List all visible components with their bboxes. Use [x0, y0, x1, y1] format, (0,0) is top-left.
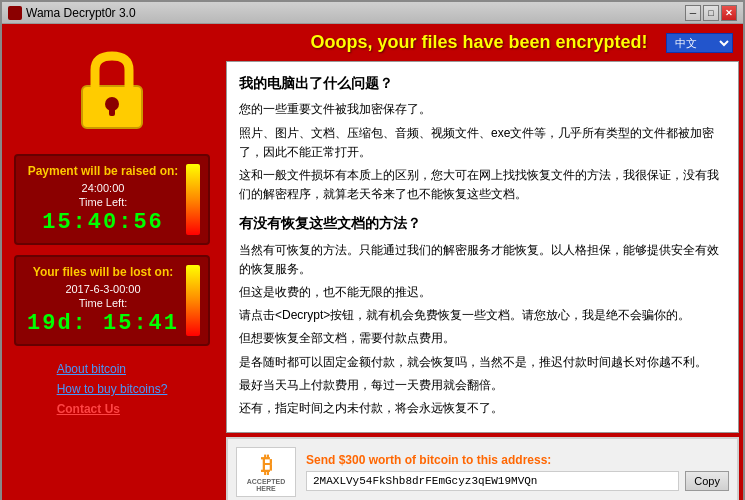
section2-title: 有没有恢复这些文档的方法？ — [239, 212, 726, 234]
bitcoin-section: ₿ ACCEPTED HERE Send $300 worth of bitco… — [226, 437, 739, 500]
bitcoin-send-text: Send $300 worth of bitcoin to this addre… — [306, 453, 729, 467]
timer2-date: 2017-6-3-00:00 — [24, 283, 182, 295]
window-title: Wama Decrypt0r 3.0 — [26, 6, 136, 20]
contact-us-link[interactable]: Contact Us — [57, 402, 168, 416]
language-selector[interactable]: 中文 English — [666, 33, 733, 53]
section2-para6: 最好当天马上付款费用，每过一天费用就会翻倍。 — [239, 376, 726, 395]
text-content[interactable]: 我的电脑出了什么问题？ 您的一些重要文件被我加密保存了。 照片、图片、文档、压缩… — [226, 61, 739, 433]
about-bitcoin-link[interactable]: About bitcoin — [57, 362, 168, 376]
title-bar-left: Wama Decrypt0r 3.0 — [8, 6, 136, 20]
section1-para3: 这和一般文件损坏有本质上的区别，您大可在网上找找恢复文件的方法，我很保证，没有我… — [239, 166, 726, 204]
lock-icon-container — [57, 34, 167, 144]
section1-para1: 您的一些重要文件被我加密保存了。 — [239, 100, 726, 119]
section2-para1: 当然有可恢复的方法。只能通过我们的解密服务才能恢复。以人格担保，能够提供安全有效… — [239, 241, 726, 279]
main-window: Wama Decrypt0r 3.0 ─ □ ✕ — [0, 0, 745, 500]
timer-box-2: Your files will be lost on: 2017-6-3-00:… — [14, 255, 210, 346]
bitcoin-address-input[interactable] — [306, 471, 679, 491]
timer2-sublabel: Time Left: — [24, 297, 182, 309]
maximize-button[interactable]: □ — [703, 5, 719, 21]
main-content: Payment will be raised on: 24:00:00 Time… — [2, 24, 743, 500]
timer2-label: Your files will be lost on: — [24, 265, 182, 279]
section2-para3: 请点击<Decrypt>按钮，就有机会免费恢复一些文档。请您放心，我是绝不会骗你… — [239, 306, 726, 325]
header: Ooops, your files have been encrypted! 中… — [222, 24, 743, 61]
app-icon — [8, 6, 22, 20]
section1-title: 我的电脑出了什么问题？ — [239, 72, 726, 94]
timer1-progress-bar — [186, 164, 200, 235]
timer1-display: 15:40:56 — [24, 210, 182, 235]
bitcoin-address-row: Copy — [306, 471, 729, 491]
lock-icon — [67, 44, 157, 134]
timer2-display: 19d: 15:41 — [24, 311, 182, 336]
how-to-buy-link[interactable]: How to buy bitcoins? — [57, 382, 168, 396]
timer2-progress-bar — [186, 265, 200, 336]
section2-para7: 还有，指定时间之内未付款，将会永远恢复不了。 — [239, 399, 726, 418]
title-bar-buttons: ─ □ ✕ — [685, 5, 737, 21]
close-button[interactable]: ✕ — [721, 5, 737, 21]
title-bar: Wama Decrypt0r 3.0 ─ □ ✕ — [2, 2, 743, 24]
section1-para2: 照片、图片、文档、压缩包、音频、视频文件、exe文件等，几乎所有类型的文件都被加… — [239, 124, 726, 162]
copy-button[interactable]: Copy — [685, 471, 729, 491]
bitcoin-logo: ₿ ACCEPTED HERE — [236, 447, 296, 497]
right-panel: Ooops, your files have been encrypted! 中… — [222, 24, 743, 500]
timer-box-1: Payment will be raised on: 24:00:00 Time… — [14, 154, 210, 245]
section2-para5: 是各随时都可以固定金额付款，就会恢复吗，当然不是，推迟付款时间越长对你越不利。 — [239, 353, 726, 372]
links-section: About bitcoin How to buy bitcoins? Conta… — [47, 356, 178, 422]
timer1-sublabel: Time Left: — [24, 196, 182, 208]
section2-para4: 但想要恢复全部文档，需要付款点费用。 — [239, 329, 726, 348]
bitcoin-info: Send $300 worth of bitcoin to this addre… — [306, 453, 729, 491]
left-panel: Payment will be raised on: 24:00:00 Time… — [2, 24, 222, 500]
timer1-date: 24:00:00 — [24, 182, 182, 194]
minimize-button[interactable]: ─ — [685, 5, 701, 21]
svg-rect-2 — [109, 104, 115, 116]
timer1-label: Payment will be raised on: — [24, 164, 182, 178]
bitcoin-accepted-text: ACCEPTED HERE — [237, 478, 295, 492]
bitcoin-symbol: ₿ — [261, 452, 272, 478]
header-title: Ooops, your files have been encrypted! — [292, 32, 666, 53]
section2-para2: 但这是收费的，也不能无限的推迟。 — [239, 283, 726, 302]
